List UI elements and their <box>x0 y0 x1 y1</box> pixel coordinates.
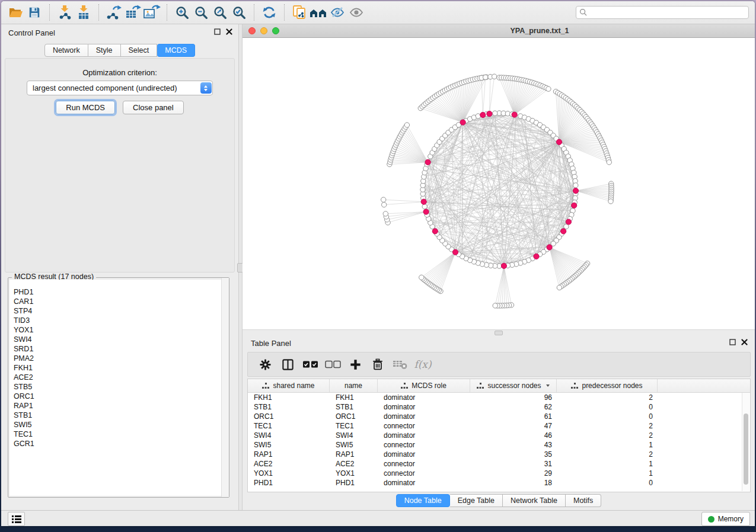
selected-network-node[interactable] <box>421 199 426 204</box>
result-node[interactable]: STP4 <box>9 306 228 316</box>
float-panel-icon[interactable] <box>214 28 221 35</box>
selected-network-node[interactable] <box>501 263 506 268</box>
toggle-panel-icon[interactable] <box>276 354 299 374</box>
result-node[interactable]: GCR1 <box>9 439 228 448</box>
tab-network-table[interactable]: Network Table <box>503 494 566 507</box>
result-node[interactable]: CAR1 <box>9 297 228 306</box>
result-node[interactable]: PHD1 <box>9 287 228 297</box>
zoom-window-icon[interactable] <box>272 27 279 34</box>
result-node[interactable]: PMA2 <box>9 354 228 363</box>
column-header-mcds-role[interactable]: MCDS role <box>378 379 470 392</box>
table-row[interactable]: ORC1ORC1dominator610 <box>248 412 750 421</box>
selected-network-node[interactable] <box>452 249 458 255</box>
selected-network-node[interactable] <box>556 139 562 145</box>
network-view[interactable] <box>243 38 755 329</box>
zoom-in-icon[interactable] <box>173 4 192 21</box>
vertical-splitter[interactable] <box>238 24 243 510</box>
selected-network-node[interactable] <box>512 112 517 117</box>
criterion-dropdown[interactable]: largest connected component (undirected) <box>27 81 213 95</box>
zoom-fit-icon[interactable] <box>210 4 229 21</box>
run-mcds-button[interactable]: Run MCDS <box>56 101 115 114</box>
network-node[interactable] <box>492 74 497 79</box>
column-header-successor-nodes[interactable]: successor nodes <box>470 379 557 392</box>
apply-function-icon[interactable]: f(x) <box>412 354 434 374</box>
table-row[interactable]: SWI5SWI5connector431 <box>248 440 750 450</box>
open-file-icon[interactable] <box>6 4 25 21</box>
network-node[interactable] <box>476 114 480 118</box>
result-node[interactable]: TID3 <box>9 316 228 325</box>
selected-network-node[interactable] <box>487 111 492 117</box>
selected-network-node[interactable] <box>534 254 539 259</box>
tab-motifs[interactable]: Motifs <box>566 494 601 507</box>
tab-style[interactable]: Style <box>88 44 121 57</box>
add-column-icon[interactable] <box>344 354 366 374</box>
result-list-scrollbar[interactable] <box>221 278 229 497</box>
table-row[interactable]: SWI4SWI4dominator462 <box>248 431 750 440</box>
table-row[interactable]: YOX1YOX1connector291 <box>248 469 750 478</box>
mcds-result-list[interactable]: PHD1CAR1STP4TID3YOX1SWI4SRD1PMA2FKH1ACE2… <box>9 280 228 496</box>
result-node[interactable]: SWI5 <box>9 420 228 430</box>
export-table-icon[interactable] <box>123 4 142 21</box>
result-node[interactable]: ORC1 <box>9 392 228 401</box>
table-row[interactable]: PHD1PHD1dominator180 <box>248 478 750 488</box>
close-panel-icon[interactable] <box>741 339 748 345</box>
close-window-icon[interactable] <box>248 27 256 34</box>
tab-edge-table[interactable]: Edge Table <box>450 494 503 507</box>
close-panel-icon[interactable] <box>226 28 232 35</box>
result-node[interactable]: FKH1 <box>9 363 228 373</box>
tab-node-table[interactable]: Node Table <box>396 494 450 507</box>
close-panel-button[interactable]: Close panel <box>123 101 184 114</box>
export-network-icon[interactable] <box>104 4 123 21</box>
result-node[interactable]: RAP1 <box>9 401 228 411</box>
network-node[interactable] <box>419 275 424 280</box>
network-node[interactable] <box>404 123 409 127</box>
splitter-grip[interactable] <box>495 331 503 335</box>
table-row[interactable]: RAP1RAP1dominator352 <box>248 450 750 459</box>
network-node[interactable] <box>493 111 497 116</box>
refresh-icon[interactable] <box>260 4 279 21</box>
network-node[interactable] <box>422 204 427 209</box>
result-node[interactable]: YOX1 <box>9 325 228 335</box>
tab-select[interactable]: Select <box>121 44 158 57</box>
column-header-shared-name[interactable]: shared name <box>248 379 330 392</box>
tab-mcds[interactable]: MCDS <box>157 44 195 57</box>
table-settings-icon[interactable] <box>254 354 276 374</box>
zoom-out-icon[interactable] <box>192 4 210 21</box>
selected-network-node[interactable] <box>547 245 552 250</box>
save-icon[interactable] <box>25 4 44 21</box>
network-node[interactable] <box>557 285 562 290</box>
selected-network-node[interactable] <box>480 112 486 117</box>
selected-network-node[interactable] <box>460 120 465 125</box>
network-node[interactable] <box>608 199 613 204</box>
network-node[interactable] <box>381 197 386 202</box>
table-row[interactable]: STB1STB1dominator620 <box>248 402 750 412</box>
show-all-icon[interactable] <box>347 4 366 21</box>
float-panel-icon[interactable] <box>729 339 736 345</box>
table-row[interactable]: TEC1TEC1connector472 <box>248 421 750 431</box>
delete-table-icon[interactable] <box>389 354 412 374</box>
task-history-button[interactable] <box>8 512 25 526</box>
selected-network-node[interactable] <box>572 203 577 208</box>
result-node[interactable]: TEC1 <box>9 430 228 439</box>
delete-columns-icon[interactable] <box>366 354 389 374</box>
table-scrollbar[interactable] <box>742 393 749 491</box>
network-graph[interactable] <box>243 38 755 329</box>
selected-network-node[interactable] <box>432 229 438 234</box>
selected-network-node[interactable] <box>573 188 578 193</box>
network-node[interactable] <box>573 183 578 188</box>
first-neighbors-icon[interactable] <box>309 4 328 21</box>
memory-button[interactable]: Memory <box>701 512 750 526</box>
column-header-predecessor-nodes[interactable]: predecessor nodes <box>557 379 658 392</box>
network-node[interactable] <box>607 160 611 165</box>
minimize-window-icon[interactable] <box>260 27 267 34</box>
tab-network[interactable]: Network <box>44 44 88 57</box>
table-row[interactable]: FKH1FKH1dominator962 <box>248 393 750 402</box>
deselect-all-icon[interactable] <box>321 354 344 374</box>
result-node[interactable]: SRD1 <box>9 344 228 354</box>
search-input[interactable] <box>576 6 749 19</box>
network-window-titlebar[interactable]: YPA_prune.txt_1 <box>243 24 755 38</box>
zoom-selected-icon[interactable] <box>229 4 248 21</box>
network-node[interactable] <box>382 202 387 207</box>
table-row[interactable]: ACE2ACE2connector311 <box>248 459 750 469</box>
clone-network-icon[interactable] <box>290 4 309 21</box>
